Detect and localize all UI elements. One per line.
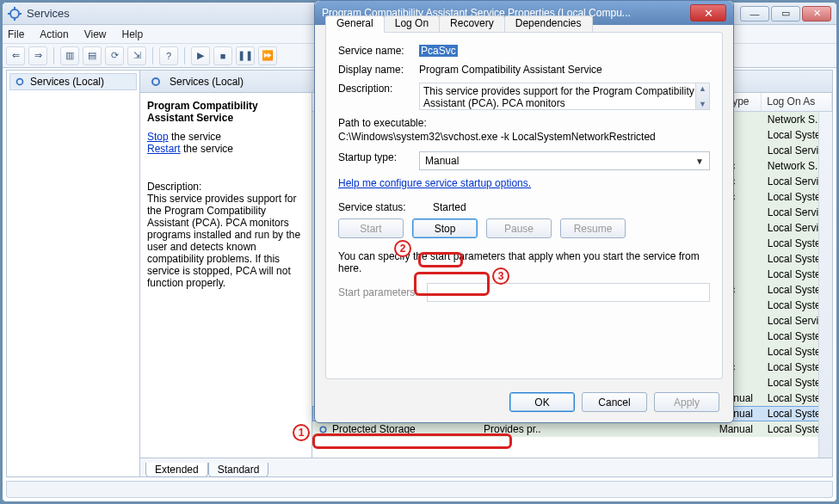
close-button[interactable]: ✕ xyxy=(802,6,831,22)
desc-value: This service provides support for the Pr… xyxy=(423,85,694,109)
dialog-close-button[interactable]: ✕ xyxy=(690,4,726,22)
stop-service-button[interactable]: ■ xyxy=(213,46,232,65)
show-hide-tree-button[interactable]: ▥ xyxy=(60,46,79,65)
startparams-label: Start parameters: xyxy=(338,286,418,298)
list-header-title: Services (Local) xyxy=(170,76,244,88)
cell-startup: Manual xyxy=(714,423,762,435)
cancel-button[interactable]: Cancel xyxy=(582,392,647,412)
svg-point-6 xyxy=(152,78,159,85)
tab-logon[interactable]: Log On xyxy=(384,15,440,33)
menu-action[interactable]: Action xyxy=(40,28,68,40)
annotation-label-3: 3 xyxy=(492,267,509,285)
help-button[interactable]: ? xyxy=(159,46,178,65)
tab-recovery[interactable]: Recovery xyxy=(439,15,505,33)
chevron-down-icon: ▼ xyxy=(695,157,704,166)
detail-title: Program Compatibility Assistant Service xyxy=(147,100,303,124)
svg-point-0 xyxy=(10,9,19,18)
properties-button[interactable]: ▤ xyxy=(83,46,102,65)
status-value: Started xyxy=(433,201,710,213)
tab-extended[interactable]: Extended xyxy=(145,463,208,477)
chevron-up-icon: ▲ xyxy=(699,84,706,93)
menu-file[interactable]: File xyxy=(8,28,24,40)
annotation-label-1: 1 xyxy=(293,424,310,441)
window-controls: — ▭ ✕ xyxy=(740,6,831,22)
statusbar xyxy=(6,481,833,498)
resume-button[interactable]: Resume xyxy=(560,218,626,238)
minimize-button[interactable]: — xyxy=(740,6,769,22)
annotation-box-2 xyxy=(418,252,463,267)
scrollbar[interactable] xyxy=(818,112,832,458)
tab-standard[interactable]: Standard xyxy=(208,463,269,477)
tab-general[interactable]: General xyxy=(325,15,385,33)
startup-value: Manual xyxy=(425,155,459,167)
back-button[interactable]: ⇐ xyxy=(6,46,25,65)
desc-label: Description: xyxy=(338,83,419,110)
separator xyxy=(152,47,153,65)
restart-suffix: the service xyxy=(181,143,233,155)
desc-box[interactable]: This service provides support for the Pr… xyxy=(419,83,710,110)
stop-link[interactable]: Stop xyxy=(147,131,169,143)
svg-point-5 xyxy=(17,79,23,85)
svg-point-27 xyxy=(320,427,326,433)
annotation-box-3 xyxy=(414,272,490,296)
menu-view[interactable]: View xyxy=(84,28,107,40)
dialog-tabs: General Log On Recovery Dependencies xyxy=(325,16,592,34)
startup-label: Startup type: xyxy=(338,151,419,170)
separator xyxy=(53,47,54,65)
dialog-body: Service name: PcaSvc Display name: Progr… xyxy=(325,32,723,379)
svcname-value[interactable]: PcaSvc xyxy=(419,45,458,57)
start-hint: You can specify the start parameters tha… xyxy=(338,250,710,274)
dialog-buttons: OK Cancel Apply xyxy=(509,392,719,412)
detail-pane: Program Compatibility Assistant Service … xyxy=(140,93,312,458)
forward-button[interactable]: ⇒ xyxy=(28,46,47,65)
service-control-buttons: Start Stop Pause Resume xyxy=(338,218,710,238)
pause-service-button[interactable]: ❚❚ xyxy=(236,46,255,65)
services-app-icon xyxy=(8,7,22,21)
desc-scrollbar[interactable]: ▲▼ xyxy=(695,83,709,109)
menu-help[interactable]: Help xyxy=(122,28,144,40)
service-properties-dialog: Program Compatibility Assistant Service … xyxy=(314,0,734,423)
start-button[interactable]: Start xyxy=(338,218,404,238)
chevron-down-icon: ▼ xyxy=(699,100,706,108)
apply-button[interactable]: Apply xyxy=(654,392,719,412)
restart-service-button[interactable]: ⏩ xyxy=(258,46,277,65)
annotation-label-2: 2 xyxy=(394,240,411,257)
path-label: Path to executable: xyxy=(338,117,710,129)
tree-item-label: Services (Local) xyxy=(30,76,104,88)
stop-button[interactable]: Stop xyxy=(412,218,478,238)
help-startup-link[interactable]: Help me configure service startup option… xyxy=(338,177,531,189)
pause-button[interactable]: Pause xyxy=(486,218,552,238)
bottom-tabs: Extended Standard xyxy=(140,458,832,476)
col-logon[interactable]: Log On As xyxy=(762,93,832,111)
start-service-button[interactable]: ▶ xyxy=(191,46,210,65)
dispname-value: Program Compatibility Assistant Service xyxy=(419,64,710,76)
ok-button[interactable]: OK xyxy=(509,392,575,412)
stop-suffix: the service xyxy=(169,131,221,143)
path-value: C:\Windows\system32\svchost.exe -k Local… xyxy=(338,131,710,143)
detail-desc-heading: Description: xyxy=(147,181,201,193)
gear-icon xyxy=(149,75,163,89)
export-button[interactable]: ⇲ xyxy=(127,46,146,65)
gear-icon xyxy=(14,76,26,88)
tree-pane: Services (Local) xyxy=(7,71,140,476)
restart-link[interactable]: Restart xyxy=(147,143,181,155)
tree-item-services-local[interactable]: Services (Local) xyxy=(9,73,137,90)
maximize-button[interactable]: ▭ xyxy=(771,6,800,22)
annotation-box-1 xyxy=(312,433,512,449)
startup-select[interactable]: Manual ▼ xyxy=(419,151,710,170)
separator xyxy=(184,47,185,65)
dispname-label: Display name: xyxy=(338,64,419,76)
status-label: Service status: xyxy=(338,201,433,213)
refresh-button[interactable]: ⟳ xyxy=(105,46,124,65)
tab-dependencies[interactable]: Dependencies xyxy=(504,15,593,33)
detail-desc-text: This service provides support for the Pr… xyxy=(147,193,300,289)
svcname-label: Service name: xyxy=(338,45,419,57)
